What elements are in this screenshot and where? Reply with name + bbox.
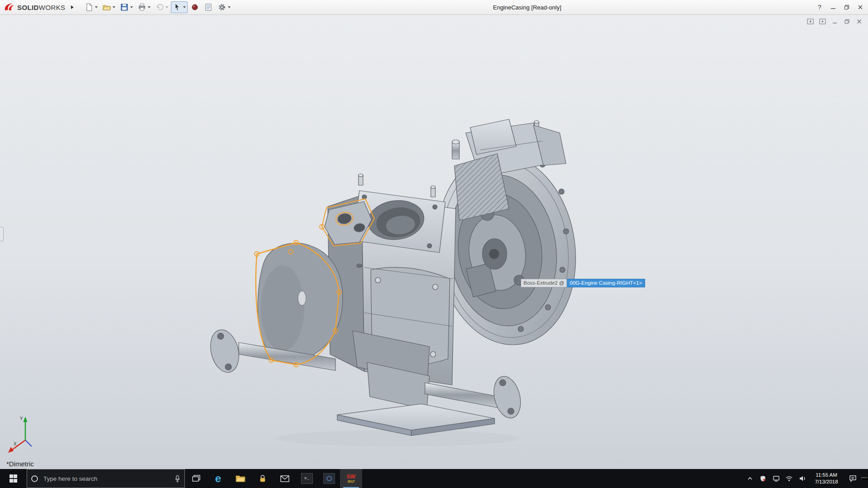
microphone-icon[interactable] <box>174 475 181 483</box>
edge-button[interactable]: e <box>207 469 229 488</box>
options-button[interactable] <box>216 1 232 13</box>
select-arrow-icon <box>173 3 182 12</box>
maximize-button[interactable] <box>840 0 854 14</box>
dropdown-caret[interactable] <box>148 6 151 8</box>
console-app-button[interactable]: >_ <box>296 469 318 488</box>
reference-triad: Y X <box>5 412 41 459</box>
speaker-icon <box>799 475 806 482</box>
padlock-icon <box>259 474 266 483</box>
defender-shield-icon <box>760 475 766 482</box>
doc-close-button[interactable] <box>854 17 863 25</box>
close-button[interactable] <box>854 0 867 14</box>
file-properties-button[interactable] <box>202 1 215 13</box>
monitor-icon <box>773 475 780 482</box>
doc-restore-button[interactable] <box>842 17 851 25</box>
model-base-stand[interactable] <box>337 331 495 436</box>
titlebar: SOLIDWORKS <box>0 0 868 15</box>
graphics-area[interactable]: Boss-Extrude2 @ 00G-Engine Casing-RIGHT<… <box>0 14 868 469</box>
menu-expand-arrow[interactable] <box>68 2 76 12</box>
dropdown-caret[interactable] <box>183 6 186 8</box>
print-button[interactable] <box>136 1 152 13</box>
hidden-icons-button[interactable] <box>743 469 756 488</box>
cortana-icon <box>31 475 38 483</box>
doc-restore-icon <box>844 19 850 24</box>
solidworks-taskbar-button[interactable]: SW 2017 <box>340 469 362 488</box>
triad-y-label: Y <box>20 416 23 421</box>
rebuild-button[interactable] <box>189 1 201 13</box>
dock-left-button[interactable] <box>806 17 815 25</box>
view-orientation-label: *Dimetric <box>6 460 34 468</box>
main-toolbar <box>83 1 232 13</box>
new-document-button[interactable] <box>83 1 99 13</box>
chevron-up-icon <box>747 476 753 481</box>
document-title: EngineCasing [Read-only] <box>493 4 561 11</box>
red-orb-icon <box>190 3 199 12</box>
dock-left-icon <box>807 19 814 24</box>
tooltip-feature-name: Boss-Extrude2 @ <box>521 279 567 287</box>
dropdown-caret[interactable] <box>228 6 231 8</box>
dropdown-caret[interactable] <box>130 6 133 8</box>
triad-x-label: X <box>14 441 17 446</box>
open-button[interactable] <box>100 1 117 13</box>
wifi-icon <box>785 475 793 482</box>
properties-sheet-icon <box>204 3 213 12</box>
dock-right-button[interactable] <box>818 17 827 25</box>
start-button[interactable] <box>0 469 27 488</box>
search-input[interactable] <box>42 475 170 483</box>
mail-button[interactable] <box>274 469 296 488</box>
solidworks-app-icon: SW 2017 <box>347 474 355 483</box>
security-tray-button[interactable] <box>756 469 769 488</box>
show-desktop-button[interactable] <box>861 477 868 480</box>
console-icon: >_ <box>301 473 313 484</box>
open-folder-icon <box>102 3 111 12</box>
new-document-icon <box>85 3 94 12</box>
save-button[interactable] <box>118 1 135 13</box>
gear-icon <box>217 3 226 12</box>
edge-icon: e <box>215 473 221 484</box>
close-icon <box>858 5 863 10</box>
dropdown-caret[interactable] <box>165 6 168 8</box>
minimize-button[interactable] <box>826 0 840 14</box>
print-icon <box>137 3 146 12</box>
right-triangle-icon <box>71 5 74 9</box>
task-view-button[interactable] <box>185 469 207 488</box>
taskbar-search[interactable] <box>27 469 185 488</box>
action-center-button[interactable] <box>844 469 861 488</box>
clock-time: 11:55 AM <box>811 472 841 479</box>
tooltip-component-name: 00G-Engine Casing-RIGHT<1> <box>567 279 645 287</box>
dark-app-icon <box>323 473 335 484</box>
solidworks-logo-icon <box>4 3 15 12</box>
task-view-icon <box>192 475 200 482</box>
window-controls: ? <box>813 0 867 14</box>
file-explorer-icon <box>236 474 245 483</box>
doc-minimize-icon <box>832 19 838 24</box>
taskbar-clock[interactable]: 11:55 AM 7/13/2018 <box>809 471 844 486</box>
network-tray-button[interactable] <box>783 469 796 488</box>
volume-tray-button[interactable] <box>796 469 809 488</box>
selection-tooltip: Boss-Extrude2 @ 00G-Engine Casing-RIGHT<… <box>521 279 645 287</box>
dock-right-icon <box>819 19 826 24</box>
system-tray: 11:55 AM 7/13/2018 <box>743 469 868 488</box>
solidworks-brand: SOLIDWORKS <box>0 3 68 12</box>
brand-text: SOLIDWORKS <box>17 4 66 11</box>
display-tray-button[interactable] <box>769 469 783 488</box>
undo-button[interactable] <box>153 1 170 13</box>
solidworks-window: SOLIDWORKS <box>0 0 868 488</box>
dropdown-caret[interactable] <box>95 6 98 8</box>
action-center-icon <box>849 475 857 482</box>
lock-app-button[interactable] <box>251 469 274 488</box>
select-tool-button[interactable] <box>171 1 188 13</box>
dark-app-button[interactable] <box>318 469 340 488</box>
dropdown-caret[interactable] <box>113 6 115 8</box>
clock-date: 7/13/2018 <box>811 479 841 485</box>
engine-casing-model[interactable] <box>0 14 868 469</box>
file-explorer-button[interactable] <box>229 469 251 488</box>
help-button[interactable]: ? <box>813 0 826 14</box>
mail-envelope-icon <box>280 475 289 482</box>
doc-close-icon <box>856 19 862 24</box>
document-window-controls <box>806 17 863 25</box>
windows-logo-icon <box>9 474 18 483</box>
minimize-icon <box>830 5 836 10</box>
doc-minimize-button[interactable] <box>830 17 839 25</box>
windows-taskbar: e >_ <box>0 469 868 488</box>
